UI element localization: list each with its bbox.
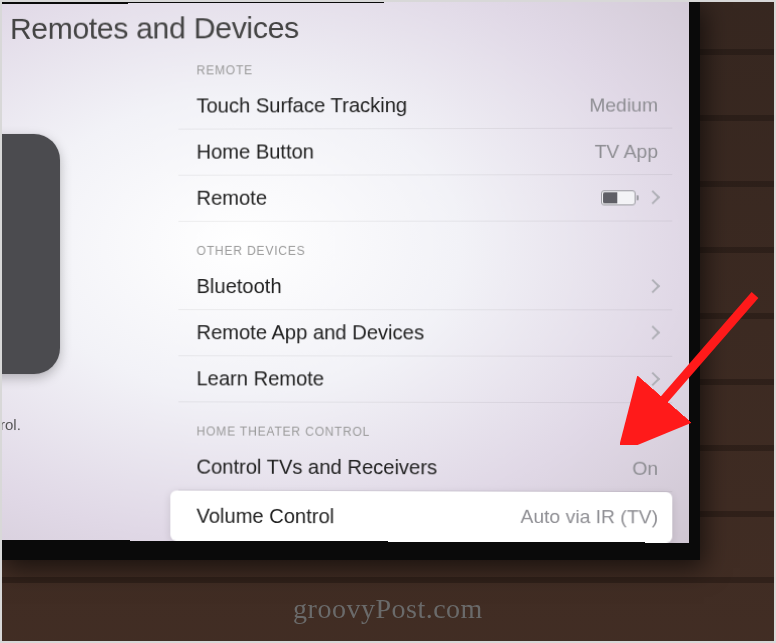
section-header-home-theater: HOME THEATER CONTROL: [178, 402, 672, 445]
watermark-text: groovyPost.com: [293, 593, 483, 625]
row-label: Control TVs and Receivers: [196, 456, 437, 480]
chevron-right-icon: [648, 371, 658, 387]
remote-illustration: [0, 134, 60, 374]
row-label: Touch Surface Tracking: [196, 94, 407, 118]
row-bluetooth[interactable]: Bluetooth: [178, 264, 672, 310]
battery-fill: [603, 192, 618, 203]
row-touch-surface-tracking[interactable]: Touch Surface Tracking Medium: [178, 82, 672, 129]
row-label: Learn Remote: [196, 367, 324, 390]
row-remote[interactable]: Remote: [178, 175, 672, 222]
row-volume-control[interactable]: Volume Control Auto via IR (TV): [170, 491, 672, 543]
tv-frame: Remotes and Devices rol. REMOTE Touch Su…: [0, 0, 700, 560]
row-home-button[interactable]: Home Button TV App: [178, 129, 672, 176]
side-caption-text: rol.: [0, 416, 21, 433]
row-label: Remote App and Devices: [196, 321, 424, 344]
row-value: Auto via IR (TV): [521, 506, 658, 529]
battery-icon: [601, 190, 636, 205]
row-value: Medium: [589, 94, 658, 116]
row-remote-app-devices[interactable]: Remote App and Devices: [178, 310, 672, 357]
row-value: On: [632, 457, 658, 479]
row-value: TV App: [595, 140, 658, 162]
row-label: Volume Control: [196, 504, 334, 528]
row-label: Home Button: [196, 140, 314, 163]
page-title: Remotes and Devices: [10, 11, 299, 46]
row-label: Remote: [196, 187, 266, 210]
chevron-right-icon: [648, 325, 658, 341]
chevron-right-icon: [648, 190, 658, 206]
settings-list: REMOTE Touch Surface Tracking Medium Hom…: [178, 48, 672, 543]
row-control-tvs-receivers[interactable]: Control TVs and Receivers On: [178, 444, 672, 492]
row-learn-remote[interactable]: Learn Remote: [178, 356, 672, 403]
tv-screen: Remotes and Devices rol. REMOTE Touch Su…: [0, 1, 689, 542]
section-header-other-devices: OTHER DEVICES: [178, 222, 672, 264]
row-label: Bluetooth: [196, 275, 281, 298]
section-header-remote: REMOTE: [178, 48, 672, 84]
chevron-right-icon: [648, 279, 658, 295]
